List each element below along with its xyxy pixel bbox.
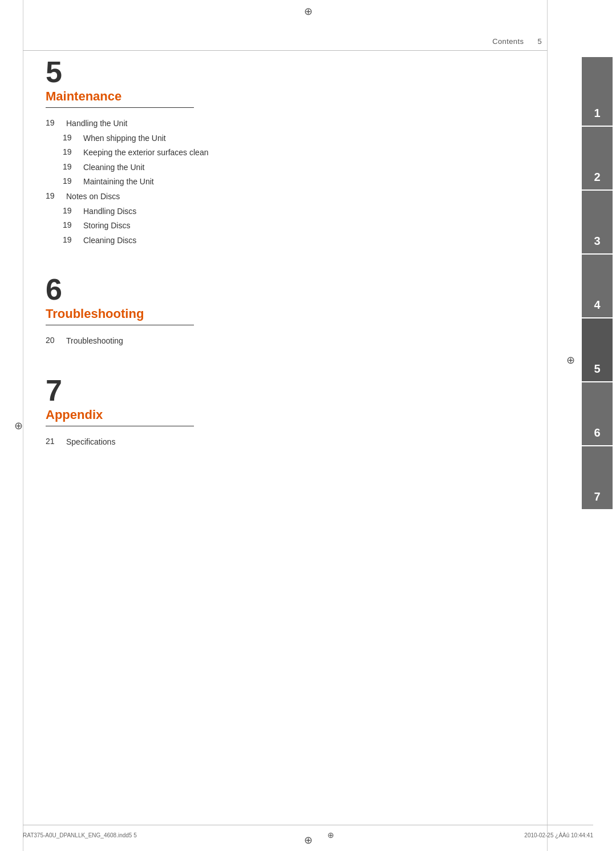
footer-line [23,825,593,825]
tab-7-label: 7 [594,490,600,503]
tab-1-label: 1 [594,107,600,120]
toc-page: 19 [63,220,83,229]
section-6-number: 6 [46,275,536,304]
footer-right-text: 2010-02-25 ¿ÀÀû 10:44:41 [524,832,593,838]
toc-entry: 19 Maintaining the Unit [46,176,536,188]
section-7-number: 7 [46,376,536,405]
toc-entry: 19 Notes on Discs [46,191,536,203]
border-left [23,0,23,851]
toc-text: When shipping the Unit [83,133,166,144]
toc-entry: 19 When shipping the Unit [46,133,536,144]
toc-text: Notes on Discs [66,191,120,203]
tab-4[interactable]: 4 [582,255,613,317]
section-maintenance: 5 Maintenance 19 Handling the Unit 19 Wh… [46,57,536,246]
section-5-title: Maintenance [46,89,536,104]
toc-text: Handling the Unit [66,118,127,130]
toc-page: 19 [63,235,83,244]
section-7-divider [46,426,194,426]
footer: RAT375-A0U_DPANLLK_ENG_4608.indd5 5 ⊕ 20… [23,830,593,840]
tab-1[interactable]: 1 [582,57,613,126]
toc-page: 19 [63,176,83,185]
toc-page: 19 [46,118,66,127]
tab-3-label: 3 [594,235,600,248]
toc-text: Cleaning the Unit [83,162,144,174]
toc-entry: 19 Handling the Unit [46,118,536,130]
section-appendix: 7 Appendix 21 Specifications [46,376,536,448]
toc-page: 19 [46,191,66,200]
header-line [23,50,548,51]
main-content: 5 Maintenance 19 Handling the Unit 19 Wh… [46,57,536,805]
header-page-number: 5 [537,37,542,46]
toc-entry: 19 Handling Discs [46,206,536,217]
right-registration-mark: ⊕ [566,354,575,366]
footer-left-text: RAT375-A0U_DPANLLK_ENG_4608.indd5 5 [23,832,137,838]
tab-5-label: 5 [594,362,600,376]
toc-page: 21 [46,437,66,446]
border-right [547,0,548,851]
toc-entry: 19 Keeping the exterior surfaces clean [46,147,536,159]
toc-entry: 21 Specifications [46,437,536,448]
toc-entry: 19 Cleaning the Unit [46,162,536,174]
toc-page: 20 [46,336,66,345]
tab-6[interactable]: 6 [582,382,613,445]
toc-text: Handling Discs [83,206,136,217]
section-5-divider [46,107,194,108]
toc-text: Cleaning Discs [83,235,136,247]
toc-text: Keeping the exterior surfaces clean [83,147,208,159]
toc-page: 19 [63,147,83,156]
top-registration-mark: ⊕ [301,5,315,18]
sidebar-tabs: 1 2 3 4 5 6 7 [582,57,616,510]
tab-2[interactable]: 2 [582,127,613,189]
toc-page: 19 [63,133,83,142]
tab-3[interactable]: 3 [582,191,613,253]
section-troubleshooting: 6 Troubleshooting 20 Troubleshooting [46,275,536,347]
toc-text: Storing Discs [83,220,130,232]
section-6-divider [46,325,194,325]
footer-center-mark: ⊕ [327,830,334,840]
tab-2-label: 2 [594,171,600,184]
toc-text: Specifications [66,437,115,448]
toc-page: 19 [63,206,83,215]
toc-entry: 20 Troubleshooting [46,336,536,347]
toc-page: 19 [63,162,83,171]
toc-entry: 19 Storing Discs [46,220,536,232]
header-text: Contents 5 [492,37,542,46]
section-7-title: Appendix [46,408,536,422]
section-6-title: Troubleshooting [46,306,536,321]
tab-6-label: 6 [594,426,600,439]
toc-entry: 19 Cleaning Discs [46,235,536,247]
toc-text: Maintaining the Unit [83,176,154,188]
toc-text: Troubleshooting [66,336,123,347]
tab-5[interactable]: 5 [582,318,613,381]
section-5-number: 5 [46,57,536,87]
header-title: Contents [492,37,524,46]
tab-7[interactable]: 7 [582,446,613,509]
tab-4-label: 4 [594,299,600,312]
